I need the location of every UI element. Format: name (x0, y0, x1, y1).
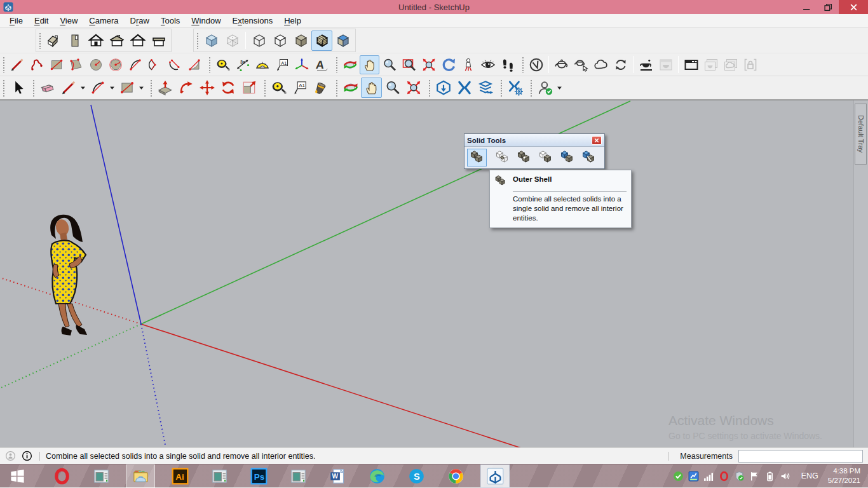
solid-split-button[interactable] (579, 149, 599, 166)
zoom-button[interactable] (379, 55, 399, 74)
vray-asset-editor-button[interactable] (552, 55, 571, 74)
taskbar-app-window-button[interactable] (205, 464, 234, 488)
text-tool-button[interactable]: A1 (272, 55, 292, 74)
previous-view-button[interactable] (438, 55, 458, 74)
eraser-button[interactable] (37, 78, 58, 98)
taskbar-app-window-button[interactable] (86, 464, 116, 488)
extension-warehouse-button[interactable] (454, 78, 475, 98)
taskbar-app-window-button[interactable] (283, 464, 313, 488)
look-around-button[interactable] (478, 55, 498, 74)
scale-button[interactable] (238, 78, 259, 98)
dimension-tool-button[interactable]: 3x (233, 55, 252, 74)
outer-shell-button[interactable] (467, 149, 487, 166)
arc-tool-button[interactable] (87, 78, 108, 98)
tray-battery-icon[interactable] (764, 471, 775, 482)
vray-render-last-button[interactable] (656, 55, 675, 74)
zoom-button[interactable] (382, 78, 403, 98)
vray-logo-button[interactable] (526, 55, 546, 74)
toolbar-grip[interactable] (208, 56, 211, 73)
orbit-button[interactable] (340, 55, 360, 74)
restore-button[interactable] (817, 0, 839, 14)
toolbar-grip[interactable] (32, 79, 35, 97)
toolbar-grip[interactable] (521, 56, 524, 73)
view-right-button[interactable] (106, 30, 127, 51)
taskbar-word-button[interactable]: W (323, 464, 352, 488)
taskbar-sketchup-button[interactable] (480, 464, 510, 488)
view-front-button[interactable] (85, 30, 106, 51)
taskbar-chrome-button[interactable] (441, 464, 470, 488)
tray-signal-icon[interactable] (703, 471, 714, 482)
vray-batch-render-button[interactable] (701, 55, 721, 74)
toolbar-grip[interactable] (149, 79, 153, 97)
tray-check-icon[interactable] (673, 471, 684, 482)
vray-lock-button[interactable] (740, 55, 760, 74)
rotate-button[interactable] (217, 78, 238, 98)
push-pull-button[interactable] (154, 78, 175, 98)
line-tool-button[interactable] (7, 55, 27, 74)
orbit-button[interactable] (340, 78, 361, 98)
taskbar-skype-button[interactable]: S (402, 464, 431, 488)
info-icon[interactable] (22, 451, 32, 461)
view-left-button[interactable] (148, 30, 169, 51)
view-back-button[interactable] (127, 30, 148, 51)
measurements-input[interactable] (738, 450, 863, 463)
position-camera-button[interactable] (458, 55, 478, 74)
view-top-button[interactable] (64, 30, 85, 51)
menu-view[interactable]: View (54, 15, 83, 27)
pan-button[interactable] (360, 55, 379, 74)
walk-button[interactable] (498, 55, 517, 74)
polygon-tool-button[interactable] (105, 55, 125, 74)
account-dropdown[interactable] (555, 78, 564, 97)
text-tool-button[interactable]: A1 (289, 78, 310, 98)
model-viewport[interactable]: Activate Windows Go to PC settings to ac… (0, 100, 868, 447)
taskbar-explorer-button[interactable] (126, 464, 155, 488)
minimize-button[interactable] (796, 0, 817, 14)
solid-intersect-button[interactable] (492, 149, 512, 166)
vray-sync-button[interactable] (611, 55, 630, 74)
vray-interactive-render-button[interactable] (571, 55, 591, 74)
taskbar-edge-button[interactable] (362, 464, 391, 488)
solid-tools-close-button[interactable] (592, 136, 602, 145)
zoom-extents-button[interactable] (419, 55, 438, 74)
menu-edit[interactable]: Edit (29, 15, 54, 27)
menu-draw[interactable]: Draw (125, 15, 155, 27)
style-xray-button[interactable] (201, 30, 222, 51)
tray-flag-icon[interactable] (749, 471, 760, 482)
extension-manager-button[interactable] (505, 78, 526, 98)
clock[interactable]: 4:38 PM 5/27/2021 (828, 466, 863, 485)
vray-frame-buffer-button[interactable] (681, 55, 701, 74)
toolbar-grip[interactable] (196, 32, 199, 49)
language-indicator[interactable]: ENG (801, 471, 818, 480)
default-tray-tab[interactable]: Default Tray (855, 104, 867, 165)
style-hidden-line-button[interactable] (269, 30, 290, 51)
vray-cloud-batch-button[interactable] (721, 55, 740, 74)
style-shaded-button[interactable] (332, 30, 353, 51)
rectangle-tool-button[interactable] (116, 78, 137, 98)
share-model-button[interactable] (475, 78, 496, 98)
protractor-button[interactable] (252, 55, 272, 74)
menu-file[interactable]: File (4, 15, 29, 27)
threed-warehouse-button[interactable] (433, 78, 454, 98)
geolocation-icon[interactable] (5, 451, 16, 461)
taskbar-opera-button[interactable] (47, 464, 76, 488)
style-shaded-textures-button[interactable] (311, 30, 332, 51)
rectangle-tool-button[interactable] (46, 55, 66, 74)
toolbar-grip[interactable] (38, 32, 41, 49)
style-back-edges-button[interactable] (222, 30, 243, 51)
rectangle-tool-dropdown[interactable] (137, 78, 146, 97)
view-iso-button[interactable] (43, 30, 64, 51)
tape-measure-button[interactable] (268, 78, 289, 98)
toolbar-grip[interactable] (335, 56, 338, 73)
threed-text-button[interactable]: A (311, 55, 331, 74)
zoom-extents-button[interactable] (403, 78, 424, 98)
circle-tool-button[interactable] (86, 55, 105, 74)
move-button[interactable] (196, 78, 217, 98)
select-button[interactable] (7, 78, 28, 98)
pie-tool-button[interactable] (145, 55, 165, 74)
tape-measure-button[interactable] (213, 55, 233, 74)
toolbar-grip[interactable] (2, 56, 5, 73)
pan-button[interactable] (361, 78, 382, 98)
close-button[interactable] (839, 0, 868, 14)
menu-window[interactable]: Window (186, 15, 226, 27)
follow-me-button[interactable] (175, 78, 196, 98)
